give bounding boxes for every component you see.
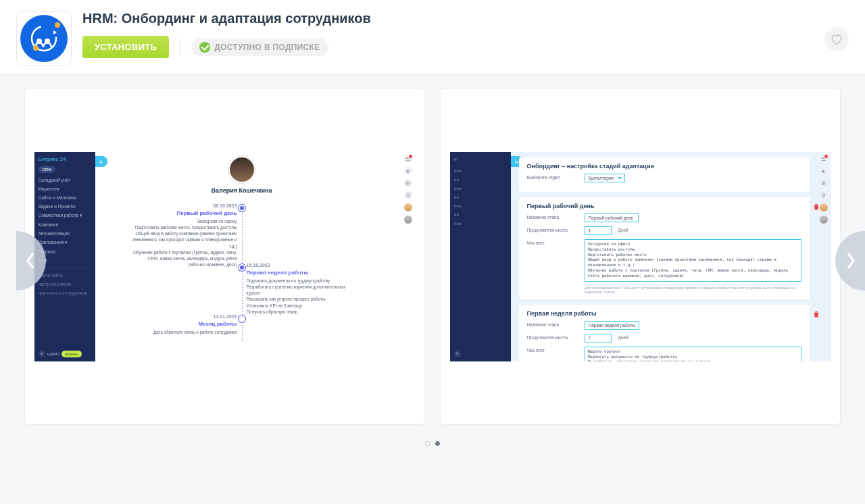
screenshot-card[interactable]: ■ ■■■■■ ■■■■■ ■■■■■ ■■■ ? « ☰ ● ⚙ ⚲ <box>440 89 841 425</box>
screenshot-gallery: Битрикс 24 CRM Складской учёт Маркетинг … <box>0 75 865 446</box>
notifications-icon: ☰ <box>820 155 828 163</box>
timeline-dot <box>239 205 245 211</box>
timeline-dot <box>239 316 245 322</box>
dot-active[interactable] <box>435 441 440 446</box>
svg-marker-3 <box>53 30 57 34</box>
presence-icon: ● <box>820 167 828 175</box>
presence-icon: ● <box>404 167 412 175</box>
collapse-sidebar-icon: « <box>95 156 107 167</box>
subscription-badge: ДОСТУПНО В ПОДПИСКЕ <box>191 39 328 56</box>
stage-panel: Первый рабочий день Название этапаПервый… <box>519 197 810 299</box>
mock-rightbar: ☰ ● ⚙ ⚲ <box>818 153 830 224</box>
employee-name: Валерия Кошечкина <box>212 187 272 194</box>
subscription-label: ДОСТУПНО В ПОДПИСКЕ <box>214 43 320 52</box>
chevron-left-icon <box>24 251 38 271</box>
chevron-right-icon <box>843 251 857 271</box>
setup-panel: Онбординг – настройка стадий адаптации В… <box>519 157 810 192</box>
onboarding-icon <box>29 24 59 53</box>
app-title: HRM: Онбординг и адаптация сотрудников <box>82 11 371 26</box>
employee-avatar <box>228 156 255 183</box>
stage-panel: Первая неделя работы Название этапаПерва… <box>519 305 810 361</box>
heart-icon <box>830 32 843 46</box>
stage-title: Первый рабочий день <box>527 203 801 209</box>
app-header: HRM: Онбординг и адаптация сотрудников У… <box>0 0 865 75</box>
screenshot-mock-settings: ■ ■■■■■ ■■■■■ ■■■■■ ■■■ ? « ☰ ● ⚙ ⚲ <box>450 152 831 361</box>
favorite-button[interactable] <box>824 27 849 51</box>
search-icon: ⚲ <box>820 191 828 199</box>
mock-rightbar: ☰ ● ⚙ ⚲ <box>402 153 414 224</box>
search-icon: ⚲ <box>404 191 412 199</box>
checklist-textarea: Выдать пропуск Подписать документы по тр… <box>585 347 801 361</box>
avatar-icon <box>404 203 412 211</box>
duration-input: 7 <box>585 334 612 343</box>
avatar-icon <box>820 216 828 224</box>
install-button[interactable]: УСТАНОВИТЬ <box>82 36 169 58</box>
panel-title: Онбординг – настройка стадий адаптации <box>527 163 801 170</box>
mock-sidebar: ■ ■■■■■ ■■■■■ ■■■■■ ■■■ ? <box>450 152 511 361</box>
notifications-icon: ☰ <box>404 155 412 163</box>
avatar-icon <box>820 203 828 211</box>
dot[interactable] <box>425 441 430 446</box>
app-logo <box>16 11 72 66</box>
gear-icon: ⚙ <box>404 179 412 187</box>
divider <box>180 39 180 55</box>
avatar-icon <box>404 216 412 224</box>
onboarding-timeline: 08.10.2023 Первый рабочий день Экскурсия… <box>122 203 362 341</box>
field-note: Для заполнения поля "Чек-лист" установле… <box>585 286 801 294</box>
stage-title: Первая неделя работы <box>527 310 801 317</box>
gear-icon: ⚙ <box>820 179 828 187</box>
svg-point-4 <box>33 45 39 51</box>
stage-name-input: Первая неделя работы <box>585 321 640 330</box>
screenshot-card[interactable]: Битрикс 24 CRM Складской учёт Маркетинг … <box>24 89 425 425</box>
department-select: Бухгалтерия <box>585 174 625 182</box>
field-label: Выберите отдел <box>527 174 578 180</box>
screenshot-mock-timeline: Битрикс 24 CRM Складской учёт Маркетинг … <box>34 152 416 361</box>
stage-name-input: Первый рабочий день <box>585 213 639 222</box>
trash-icon <box>812 203 820 211</box>
duration-input: 1 <box>585 226 612 235</box>
slide-indicator <box>24 441 841 446</box>
checklist-textarea: Экскурсия по офису Предоставить доступы … <box>585 239 801 282</box>
timeline-dot <box>239 264 245 271</box>
trash-icon <box>812 310 820 318</box>
check-icon <box>199 42 210 53</box>
